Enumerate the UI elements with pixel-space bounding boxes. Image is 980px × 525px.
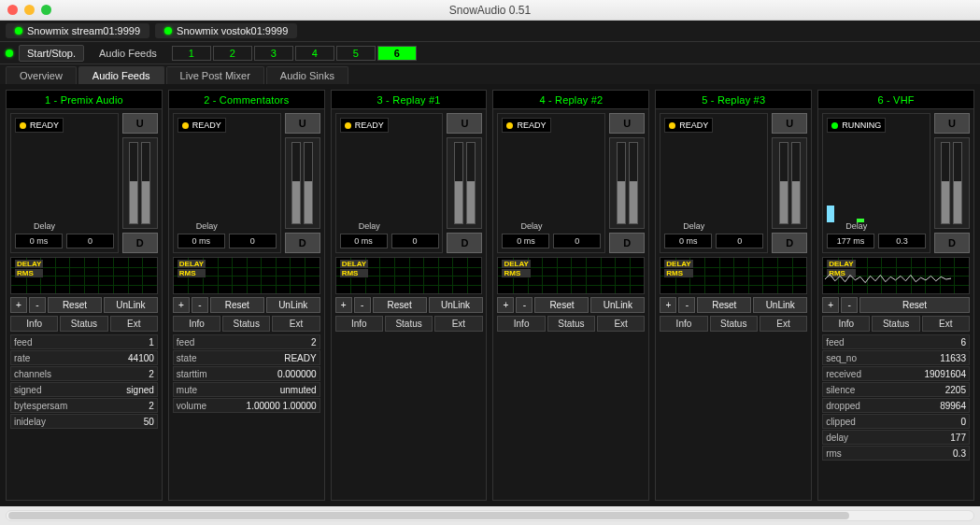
status-text: READY — [30, 121, 59, 130]
h-scrollbar[interactable] — [6, 510, 974, 521]
status-tab[interactable]: Status — [872, 316, 919, 332]
info-tab[interactable]: Info — [173, 316, 220, 332]
info-row: volume1.00000 1.00000 — [173, 398, 320, 413]
minus-button[interactable]: - — [192, 297, 208, 313]
reset-button[interactable]: Reset — [697, 297, 751, 313]
plus-button[interactable]: + — [173, 297, 190, 313]
ext-tab[interactable]: Ext — [110, 316, 158, 332]
info-tab[interactable]: Info — [660, 316, 707, 332]
minus-button[interactable]: - — [516, 297, 533, 313]
info-table — [332, 334, 487, 338]
graph-delay-label: DELAY — [502, 260, 530, 268]
minus-button[interactable]: - — [841, 297, 858, 313]
info-row: rms0.3 — [822, 446, 970, 461]
delay-ms-value: 177 ms — [827, 234, 874, 248]
unlink-button[interactable]: UnLink — [753, 297, 807, 313]
tab-overview[interactable]: Overview — [6, 66, 77, 84]
delay-value: 0 — [553, 234, 601, 248]
info-value: 1.00000 1.00000 — [236, 401, 317, 411]
u-button[interactable]: U — [609, 113, 645, 134]
feed-panel: 6 - VHF RUNNING Delay 177 ms 0.3 U — [817, 90, 974, 501]
tab-audio-feeds[interactable]: Audio Feeds — [78, 66, 164, 84]
reset-button[interactable]: Reset — [48, 297, 102, 313]
info-key: channels — [14, 369, 70, 379]
minus-button[interactable]: - — [354, 297, 371, 313]
stream-tab[interactable]: Snowmix vostok01:9999 — [155, 23, 297, 38]
channel-indicator[interactable]: 4 — [295, 46, 334, 61]
info-row: starttim0.000000 — [173, 366, 320, 381]
unlink-button[interactable]: UnLink — [429, 297, 483, 313]
status-tab[interactable]: Status — [60, 316, 107, 332]
audio-feeds-label[interactable]: Audio Feeds — [90, 48, 166, 59]
minus-button[interactable]: - — [29, 297, 46, 313]
unlink-button[interactable]: UnLink — [590, 297, 645, 313]
u-button[interactable]: U — [122, 113, 158, 134]
info-tab[interactable]: Info — [497, 316, 545, 332]
graph: DELAYRMS — [497, 257, 645, 294]
info-key: bytespersam — [14, 401, 70, 411]
d-button[interactable]: D — [934, 233, 970, 253]
plus-button[interactable]: + — [822, 297, 839, 313]
level-meters — [772, 137, 807, 229]
plus-button[interactable]: + — [660, 297, 676, 313]
channel-indicator[interactable]: 6 — [377, 46, 417, 61]
ext-tab[interactable]: Ext — [760, 316, 807, 332]
channel-indicator[interactable]: 5 — [336, 46, 376, 61]
status-led-icon — [831, 122, 838, 129]
info-value: 19091604 — [886, 369, 966, 379]
u-button[interactable]: U — [772, 113, 807, 134]
status-tab[interactable]: Status — [222, 316, 270, 332]
info-key: rate — [14, 353, 70, 363]
ext-tab[interactable]: Ext — [922, 316, 970, 332]
unlink-button[interactable]: UnLink — [104, 297, 158, 313]
d-button[interactable]: D — [772, 233, 807, 253]
delay-label: Delay — [196, 221, 277, 231]
info-tab[interactable]: Info — [822, 316, 870, 332]
d-button[interactable]: D — [122, 233, 158, 253]
u-button[interactable]: U — [934, 113, 970, 134]
channel-indicator[interactable]: 2 — [213, 46, 252, 61]
info-value: READY — [236, 353, 317, 363]
window-title: SnowAudio 0.51 — [0, 4, 980, 17]
info-row: muteunmuted — [173, 382, 320, 397]
ext-tab[interactable]: Ext — [597, 316, 645, 332]
u-button[interactable]: U — [447, 113, 482, 134]
status-text: READY — [192, 121, 221, 130]
stream-tab[interactable]: Snowmix stream01:9999 — [6, 23, 149, 38]
reset-button[interactable]: Reset — [534, 297, 589, 313]
status-tab[interactable]: Status — [710, 316, 758, 332]
status-tab[interactable]: Status — [385, 316, 433, 332]
ext-tab[interactable]: Ext — [272, 316, 320, 332]
unlink-button[interactable]: UnLink — [266, 297, 320, 313]
info-tab[interactable]: Info — [10, 316, 58, 332]
tab-audio-sinks[interactable]: Audio Sinks — [266, 66, 348, 84]
d-button[interactable]: D — [285, 233, 320, 253]
status-tab[interactable]: Status — [547, 316, 595, 332]
info-key: feed — [826, 337, 882, 348]
tab-live-post-mixer[interactable]: Live Post Mixer — [166, 66, 264, 84]
plus-button[interactable]: + — [10, 297, 27, 313]
reset-button[interactable]: Reset — [859, 297, 970, 313]
info-value: 0.3 — [886, 448, 966, 459]
reset-button[interactable]: Reset — [373, 297, 427, 313]
info-value: 0 — [886, 417, 966, 427]
plus-button[interactable]: + — [497, 297, 514, 313]
graph-delay-label: DELAY — [340, 260, 368, 268]
info-value: 1 — [74, 337, 154, 348]
plus-button[interactable]: + — [335, 297, 352, 313]
info-value: 44100 — [74, 353, 154, 363]
minus-button[interactable]: - — [678, 297, 695, 313]
delay-label: Delay — [683, 221, 763, 231]
info-table: feed1rate44100channels2signedsignedbytes… — [7, 334, 162, 433]
status-text: READY — [517, 121, 546, 130]
ext-tab[interactable]: Ext — [434, 316, 482, 332]
d-button[interactable]: D — [609, 233, 645, 253]
u-button[interactable]: U — [285, 113, 320, 134]
channel-indicator[interactable]: 3 — [254, 46, 293, 61]
reset-button[interactable]: Reset — [210, 297, 264, 313]
info-tab[interactable]: Info — [335, 316, 383, 332]
d-button[interactable]: D — [447, 233, 482, 253]
channel-indicator[interactable]: 1 — [172, 46, 211, 61]
start-stop-button[interactable]: Start/Stop. — [19, 45, 84, 62]
info-value: unmuted — [236, 385, 317, 395]
